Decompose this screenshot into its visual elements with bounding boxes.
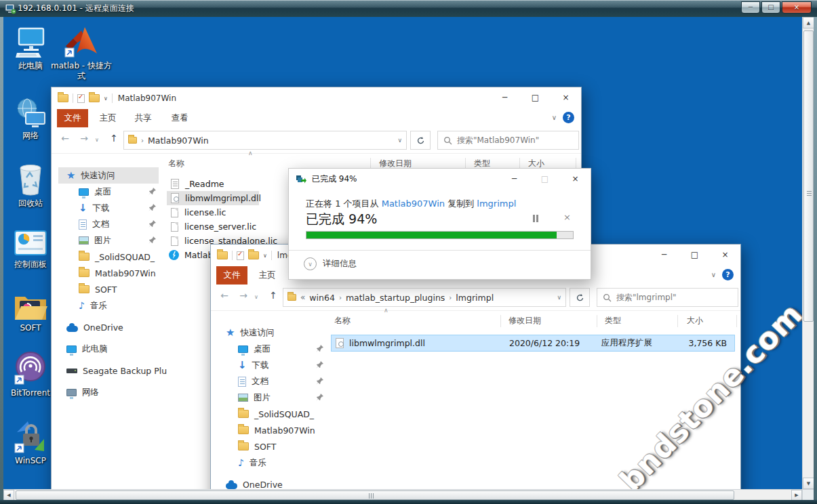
rdp-close-button[interactable]: × (782, 1, 812, 14)
file-row-selected[interactable]: libmwlmgrimpl.dll 2020/6/12 20:19 应用程序扩展… (331, 335, 735, 352)
pause-button[interactable] (533, 215, 538, 222)
back-button[interactable]: ← (57, 133, 73, 144)
rdp-horizontal-scrollbar[interactable]: ◀ ▶ (3, 489, 802, 500)
vertical-scroll-thumb[interactable] (803, 30, 814, 322)
explorer2-minimize-button[interactable]: ─ (649, 245, 679, 265)
qat-dropdown-icon[interactable]: ∨ (104, 96, 108, 102)
destination-folder-link[interactable]: lmgrimpl (477, 198, 516, 209)
new-folder-icon[interactable] (89, 94, 100, 102)
address-dropdown-icon[interactable]: ∨ (397, 137, 402, 144)
explorer1-titlebar[interactable]: ✓ ∨ Matlab907Win ─ □ × (52, 87, 581, 109)
sidebar-item-quick-access[interactable]: ★快速访问 (218, 324, 326, 341)
rdp-restore-button[interactable]: □ (761, 1, 780, 14)
up-button[interactable]: ↑ (265, 290, 281, 301)
folder-icon[interactable] (58, 94, 68, 102)
tab-view[interactable]: 查看 (164, 109, 195, 127)
sidebar-item-soft[interactable]: SOFT (58, 281, 159, 297)
sidebar-item-pictures[interactable]: 图片 (218, 390, 326, 406)
cancel-copy-button[interactable]: × (563, 212, 571, 222)
address-bar[interactable]: « win64 › matlab_startup_plugins › lmgri… (283, 288, 566, 307)
rdp-vertical-scrollbar[interactable]: ▲ ▼ (802, 17, 814, 489)
explorer1-maximize-button[interactable]: □ (520, 87, 551, 108)
rdp-minimize-button[interactable]: ─ (741, 1, 760, 14)
sidebar-item-downloads[interactable]: ↓下载 (58, 200, 159, 216)
explorer1-minimize-button[interactable]: ─ (490, 87, 520, 108)
breadcrumb-matlab-startup-plugins[interactable]: matlab_startup_plugins (346, 293, 445, 303)
explorer2-maximize-button[interactable]: □ (679, 245, 710, 265)
horizontal-scroll-thumb[interactable] (16, 490, 734, 500)
scroll-down-arrow[interactable]: ▼ (803, 478, 814, 489)
sidebar-item-this-pc[interactable]: 此电脑 (58, 341, 159, 357)
recent-locations-icon[interactable]: ∨ (95, 137, 99, 143)
explorer2-close-button[interactable]: × (710, 245, 740, 265)
up-button[interactable]: ↑ (106, 133, 122, 144)
sidebar-item-downloads[interactable]: ↓下载 (218, 357, 326, 373)
resize-grip[interactable] (802, 489, 814, 500)
rdp-titlebar[interactable]: 192.168.0.101 - 远程桌面连接 ─ □ × (0, 0, 817, 17)
explorer1-close-button[interactable]: × (551, 87, 581, 108)
sidebar-item-seagate[interactable]: Seagate Backup Plu (58, 362, 159, 379)
file-row[interactable]: license_server.lic (171, 219, 256, 234)
sidebar-item-solidsquad[interactable]: _SolidSQUAD_ (58, 249, 159, 265)
search-input[interactable]: 搜索"lmgrimpl" (597, 288, 738, 307)
new-folder-icon[interactable] (248, 251, 259, 259)
sidebar-item-matlab907win[interactable]: Matlab907Win (218, 422, 326, 438)
file-row[interactable]: _Readme (171, 177, 224, 191)
details-toggle[interactable]: ∨ 详细信息 (304, 257, 357, 270)
sidebar-item-documents[interactable]: 文档 (218, 373, 326, 390)
forward-button[interactable]: → (235, 290, 252, 301)
sidebar-item-solidsquad[interactable]: _SolidSQUAD_ (218, 406, 326, 422)
dialog-titlebar[interactable]: 已完成 94% ─ □ × (289, 169, 591, 189)
help-icon[interactable]: ? (563, 112, 574, 123)
refresh-button[interactable] (410, 131, 431, 150)
tab-share[interactable]: 共享 (127, 109, 159, 127)
file-row-selected[interactable]: libmwlmgrimpl.dll (171, 191, 261, 205)
search-input[interactable]: 搜索"Matlab907Win" (437, 131, 579, 150)
forward-button[interactable]: → (76, 133, 92, 144)
column-header-date[interactable]: 修改日期 (509, 312, 541, 329)
ribbon-expand-icon[interactable]: ∨ (552, 114, 557, 121)
column-header-name[interactable]: 名称 (168, 155, 184, 171)
breadcrumb-win64[interactable]: win64 (309, 293, 335, 303)
tab-file[interactable]: 文件 (216, 266, 247, 285)
file-row[interactable]: license.lic (171, 205, 226, 219)
sidebar-item-documents[interactable]: 文档 (58, 216, 159, 232)
tab-home[interactable]: 主页 (92, 109, 123, 127)
sidebar-item-onedrive[interactable]: OneDrive (58, 319, 159, 335)
breadcrumb[interactable]: Matlab907Win (148, 135, 209, 146)
sidebar-item-desktop[interactable]: 桌面 (58, 184, 159, 200)
breadcrumb-lmgrimpl[interactable]: lmgrimpl (456, 293, 494, 303)
sidebar-item-quick-access[interactable]: ★快速访问 (58, 167, 159, 184)
sidebar-item-matlab907win[interactable]: Matlab907Win (58, 265, 159, 281)
file-row[interactable]: Matlab (169, 248, 213, 262)
column-header-type[interactable]: 类型 (605, 312, 621, 329)
back-button[interactable]: ← (216, 290, 233, 301)
tab-file[interactable]: 文件 (57, 109, 88, 127)
sidebar-item-desktop[interactable]: 桌面 (218, 341, 326, 357)
tab-home[interactable]: 主页 (252, 266, 283, 285)
help-icon[interactable]: ? (722, 269, 734, 280)
scroll-right-arrow[interactable]: ▶ (791, 490, 802, 501)
column-header-size[interactable]: 大小 (687, 312, 703, 329)
sidebar-item-pictures[interactable]: 图片 (58, 232, 159, 249)
sidebar-item-music[interactable]: ♪音乐 (58, 297, 159, 314)
dialog-minimize-button[interactable]: ─ (499, 169, 530, 189)
sidebar-item-soft[interactable]: SOFT (218, 438, 326, 455)
source-folder-link[interactable]: Matlab907Win (382, 198, 445, 209)
desktop-icon-matlab-shortcut[interactable]: matlab - 快捷方式 (51, 22, 112, 81)
properties-check-icon[interactable]: ✓ (237, 251, 244, 260)
qat-dropdown-icon[interactable]: ∨ (263, 253, 267, 259)
dialog-close-button[interactable]: × (560, 169, 591, 189)
scroll-up-arrow[interactable]: ▲ (803, 17, 814, 28)
scroll-left-arrow[interactable]: ◀ (3, 490, 14, 501)
ribbon-expand-icon[interactable]: ∨ (711, 271, 716, 278)
recent-locations-icon[interactable]: ∨ (254, 294, 258, 300)
refresh-button[interactable] (570, 288, 590, 307)
properties-check-icon[interactable]: ✓ (77, 94, 85, 103)
address-dropdown-icon[interactable]: ∨ (557, 294, 561, 301)
sidebar-item-music[interactable]: ♪音乐 (218, 455, 326, 471)
address-bar[interactable]: › Matlab907Win ∨ (123, 131, 407, 150)
sidebar-item-network[interactable]: 网络 (58, 384, 159, 400)
column-header-name[interactable]: 名称 (334, 312, 351, 329)
folder-icon[interactable] (217, 251, 228, 259)
